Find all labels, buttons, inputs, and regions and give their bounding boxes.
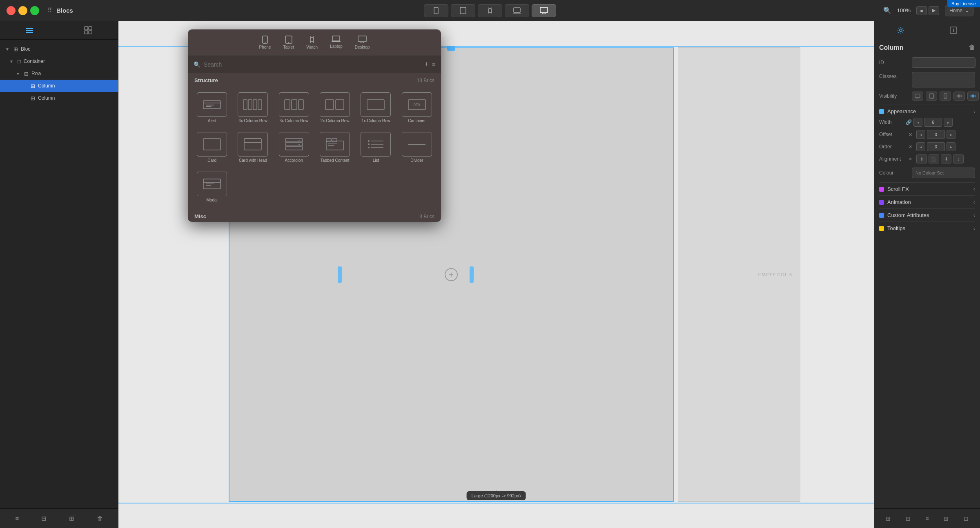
vis-phone[interactable]: [940, 92, 951, 101]
bric-card[interactable]: Card: [192, 128, 232, 167]
right-panel-tab-settings[interactable]: [874, 21, 927, 39]
panel-trash-button[interactable]: 🗑: [969, 44, 975, 51]
column-handle-top: [447, 46, 455, 51]
rpb-btn-1[interactable]: ⊞: [886, 515, 891, 522]
width-right-btn[interactable]: ▸: [944, 118, 953, 127]
bric-container[interactable]: DIV Container: [397, 88, 437, 127]
tree-item-container[interactable]: ▼ □ Container: [0, 55, 118, 67]
tree-item-bloc[interactable]: ▼ ⊞ Bloc: [0, 43, 118, 55]
animation-section-row[interactable]: Animation ‹: [879, 199, 975, 205]
device-desktop[interactable]: [532, 4, 556, 17]
device-watch[interactable]: [478, 4, 502, 17]
sidebar-bottom-trash[interactable]: 🗑: [95, 513, 105, 524]
bric-card-with-head[interactable]: Card with Head: [233, 128, 273, 167]
align-middle[interactable]: ⬛: [929, 154, 939, 163]
sidebar-bottom-split[interactable]: ⊟: [40, 513, 48, 524]
bric-modal[interactable]: Modal: [192, 168, 232, 206]
vis-eye[interactable]: [967, 92, 979, 101]
bric-device-desktop[interactable]: Desktop: [350, 34, 375, 51]
offset-x-btn[interactable]: ✕: [906, 130, 915, 139]
bric-alert-icon: [197, 92, 227, 117]
sidebar-tab-layers[interactable]: [0, 21, 59, 39]
tree-toggle-col2[interactable]: [21, 95, 28, 101]
device-tablet[interactable]: [451, 4, 475, 17]
tree-view: ▼ ⊞ Bloc ▼ □ Container ▼ ⊟ Row ⊞ Column: [0, 40, 118, 508]
search-button[interactable]: 🔍: [883, 7, 891, 14]
bric-device-tablet[interactable]: Tablet: [278, 34, 299, 51]
rpb-btn-2[interactable]: ⊟: [906, 515, 911, 522]
bric-tabbed-content[interactable]: Tabbed Content: [315, 128, 355, 167]
bric-2col-row[interactable]: 2x Column Row: [315, 88, 355, 127]
order-x-btn[interactable]: ✕: [906, 142, 915, 151]
scroll-fx-section-row[interactable]: Scroll FX ‹: [879, 186, 975, 192]
tree-toggle-container[interactable]: ▼: [8, 58, 15, 65]
add-bric-button[interactable]: +: [445, 268, 458, 281]
bric-device-phone[interactable]: Phone: [254, 34, 276, 51]
tree-item-column-1[interactable]: ⊞ Column: [0, 80, 118, 92]
bric-4col-row[interactable]: 4x Column Row: [233, 88, 273, 127]
stop-button[interactable]: ■: [916, 6, 927, 15]
order-right-btn[interactable]: ▸: [947, 142, 956, 151]
bric-search-input[interactable]: [204, 61, 421, 68]
tree-toggle-bloc[interactable]: ▼: [4, 46, 11, 52]
offset-value[interactable]: 0: [927, 130, 945, 139]
svg-rect-55: [244, 139, 261, 143]
custom-attributes-section-row[interactable]: Custom Attributes ‹: [879, 212, 975, 218]
rpb-btn-5[interactable]: ⊡: [964, 515, 969, 522]
svg-rect-47: [298, 100, 303, 110]
bric-search-list-icon[interactable]: ≡: [432, 61, 435, 68]
bric-device-laptop[interactable]: Laptop: [325, 34, 347, 51]
tree-toggle-col1[interactable]: [21, 83, 28, 89]
order-value[interactable]: 0: [927, 142, 945, 151]
fullscreen-button[interactable]: [30, 6, 39, 15]
width-left-btn[interactable]: ◂: [913, 118, 922, 127]
align-stretch[interactable]: ↕: [953, 154, 964, 163]
buy-license-button[interactable]: Buy License: [947, 0, 980, 7]
vis-hidden[interactable]: [953, 92, 965, 101]
bric-device-watch[interactable]: Watch: [301, 34, 323, 51]
vis-desktop[interactable]: [912, 92, 923, 101]
colour-picker[interactable]: No Colour Set: [912, 168, 975, 178]
sidebar-bottom-add[interactable]: ⊞: [67, 513, 76, 524]
bric-1col-row[interactable]: 1x Column Row: [356, 88, 396, 127]
bric-accordion[interactable]: Accordion: [274, 128, 314, 167]
sidebar-bottom-lines[interactable]: ≡: [13, 513, 20, 524]
column-resize-right[interactable]: [470, 266, 474, 283]
play-button[interactable]: ▶: [929, 6, 939, 15]
bric-3col-row[interactable]: 3x Column Row: [274, 88, 314, 127]
rpb-btn-4[interactable]: ⊞: [944, 515, 949, 522]
tooltips-section-row[interactable]: Tooltips ‹: [879, 225, 975, 231]
column-resize-left[interactable]: [338, 266, 342, 283]
sidebar-tab-assets[interactable]: [59, 21, 118, 39]
bric-alert[interactable]: Alert: [192, 88, 232, 127]
align-x-btn[interactable]: ✕: [906, 154, 915, 163]
right-panel-tab-add[interactable]: [927, 21, 980, 39]
classes-input[interactable]: [912, 72, 975, 87]
id-input[interactable]: [912, 57, 976, 68]
bric-divider[interactable]: Divider: [397, 128, 437, 167]
offset-right-btn[interactable]: ▸: [947, 130, 956, 139]
rpb-btn-3[interactable]: ≡: [925, 515, 929, 522]
device-phone[interactable]: [424, 4, 448, 17]
tree-item-column-2[interactable]: ⊞ Column: [0, 92, 118, 104]
appearance-section-row[interactable]: Appearance ‹: [879, 108, 975, 114]
bric-search-add-icon[interactable]: +: [424, 60, 429, 69]
align-bottom[interactable]: ⬇: [941, 154, 951, 163]
minimize-button[interactable]: [18, 6, 27, 15]
tree-toggle-row[interactable]: ▼: [15, 70, 21, 77]
close-button[interactable]: [7, 6, 16, 15]
tree-item-row[interactable]: ▼ ⊟ Row: [0, 67, 118, 80]
svg-line-30: [313, 42, 314, 43]
bric-list[interactable]: List: [356, 128, 396, 167]
device-laptop[interactable]: [505, 4, 529, 17]
align-top[interactable]: ⬆: [916, 154, 927, 163]
order-left-btn[interactable]: ◂: [916, 142, 925, 151]
svg-rect-39: [206, 105, 214, 105]
width-value[interactable]: 6: [924, 118, 942, 127]
svg-rect-31: [332, 36, 340, 41]
svg-rect-32: [332, 41, 341, 42]
svg-line-27: [310, 36, 311, 38]
align-buttons: ⬆ ⬛ ⬇ ↕: [916, 154, 975, 163]
offset-left-btn[interactable]: ◂: [916, 130, 925, 139]
vis-tablet[interactable]: [926, 92, 937, 101]
